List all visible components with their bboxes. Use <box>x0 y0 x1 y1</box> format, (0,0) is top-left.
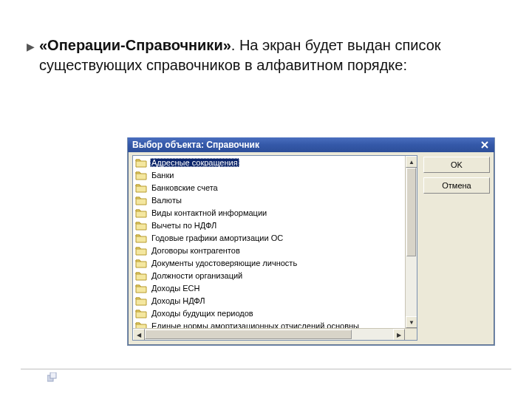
list-item-label: Единые нормы амортизационных отчислений … <box>150 321 361 329</box>
list-item[interactable]: Должности организаций <box>133 269 405 282</box>
list-item[interactable]: Документы удостоверяющие личность <box>133 256 405 269</box>
list-item-label: Валюты <box>150 196 183 205</box>
hscroll-thumb[interactable] <box>145 330 352 339</box>
bullet-icon: ▶ <box>27 35 35 75</box>
list-item[interactable]: Адресные сокращения <box>133 156 405 168</box>
list-item-label: Доходы будущих периодов <box>150 309 255 318</box>
folder-icon <box>135 258 147 268</box>
folder-icon <box>135 157 147 168</box>
scroll-left-button[interactable]: ◀ <box>133 329 145 341</box>
description-paragraph: ▶ «Операции-Справочники». На экран будет… <box>27 35 511 75</box>
list-item-label: Договоры контрагентов <box>150 246 242 255</box>
svg-rect-1 <box>50 372 56 378</box>
list-item-label: Доходы НДФЛ <box>150 296 207 305</box>
folder-icon <box>135 183 147 193</box>
scroll-corner <box>405 329 417 341</box>
list-item[interactable]: Доходы НДФЛ <box>133 294 405 307</box>
list-item-label: Вычеты по НДФЛ <box>150 221 218 230</box>
list-item-label: Банковские счета <box>150 183 219 192</box>
paragraph-bold: «Операции-Справочники» <box>39 37 231 53</box>
folder-icon <box>135 245 147 256</box>
folder-icon <box>135 270 147 281</box>
list-item-label: Документы удостоверяющие личность <box>150 259 299 267</box>
folder-icon <box>135 220 147 231</box>
slide-corner-icon <box>47 372 58 383</box>
ok-button[interactable]: OK <box>423 157 490 173</box>
paragraph-text: «Операции-Справочники». На экран будет в… <box>39 35 511 75</box>
list-item[interactable]: Годовые графики амортизации ОС <box>133 231 405 244</box>
scroll-right-button[interactable]: ▶ <box>393 329 405 341</box>
folder-icon <box>135 283 147 293</box>
directory-listbox[interactable]: Адресные сокращенияБанкиБанковские счета… <box>132 155 417 341</box>
list-item[interactable]: Доходы ЕСН <box>133 282 405 294</box>
list-item-label: Адресные сокращения <box>150 158 239 167</box>
list-item[interactable]: Банки <box>133 168 405 181</box>
select-object-dialog: Выбор объекта: Справочник Адресные сокра… <box>127 137 495 346</box>
list-item[interactable]: Вычеты по НДФЛ <box>133 219 405 231</box>
folder-icon <box>135 208 147 218</box>
folder-icon <box>135 195 147 205</box>
dialog-title: Выбор объекта: Справочник <box>132 140 478 150</box>
list-item[interactable]: Доходы будущих периодов <box>133 307 405 319</box>
list-item[interactable]: Договоры контрагентов <box>133 244 405 256</box>
vertical-scrollbar[interactable]: ▲ ▼ <box>405 156 417 328</box>
list-item-label: Доходы ЕСН <box>150 284 201 293</box>
horizontal-scrollbar[interactable]: ◀ ▶ <box>133 328 417 340</box>
list-item[interactable]: Виды контактной информации <box>133 206 405 219</box>
list-item[interactable]: Валюты <box>133 194 405 206</box>
footer-divider <box>21 369 511 369</box>
folder-icon <box>135 170 147 180</box>
folder-icon <box>135 321 147 329</box>
cancel-button[interactable]: Отмена <box>423 177 490 194</box>
vscroll-thumb[interactable] <box>406 168 416 256</box>
list-item-label: Должности организаций <box>150 271 244 280</box>
scroll-down-button[interactable]: ▼ <box>406 316 417 328</box>
folder-icon <box>135 233 147 243</box>
list-item[interactable]: Единые нормы амортизационных отчислений … <box>133 319 405 328</box>
close-button[interactable] <box>478 139 491 151</box>
list-item-label: Банки <box>150 171 175 180</box>
list-item-label: Годовые графики амортизации ОС <box>150 233 284 242</box>
list-item[interactable]: Банковские счета <box>133 181 405 194</box>
folder-icon <box>135 296 147 306</box>
folder-icon <box>135 308 147 318</box>
scroll-up-button[interactable]: ▲ <box>406 156 417 168</box>
list-item-label: Виды контактной информации <box>150 208 268 217</box>
titlebar[interactable]: Выбор объекта: Справочник <box>128 137 494 152</box>
